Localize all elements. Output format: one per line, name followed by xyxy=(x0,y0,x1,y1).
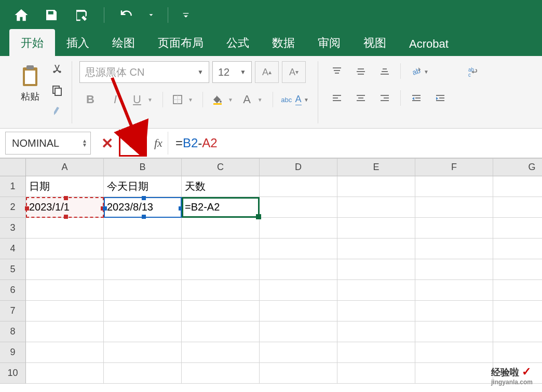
cell-G3[interactable] xyxy=(493,218,542,239)
row-header-6[interactable]: 6 xyxy=(0,280,26,301)
cell-E2[interactable] xyxy=(337,197,415,218)
cell-C4[interactable] xyxy=(182,239,260,259)
cell-C10[interactable] xyxy=(182,363,260,384)
cut-button[interactable] xyxy=(49,61,65,78)
column-header-E[interactable]: E xyxy=(337,159,415,176)
cell-F4[interactable] xyxy=(415,239,493,259)
undo-icon[interactable] xyxy=(116,4,138,26)
wrap-text-button[interactable]: abc xyxy=(461,61,485,83)
cell-D8[interactable] xyxy=(260,321,337,342)
name-box-arrows[interactable]: ▲▼ xyxy=(82,139,87,147)
column-header-G[interactable]: G xyxy=(493,159,542,176)
cell-D10[interactable] xyxy=(260,363,337,384)
border-button[interactable]: ▼ xyxy=(169,89,196,110)
fill-color-button[interactable]: ▼ xyxy=(209,89,236,110)
cell-E5[interactable] xyxy=(337,259,415,280)
cell-D5[interactable] xyxy=(260,259,337,280)
cell-F9[interactable] xyxy=(415,342,493,363)
cell-A3[interactable] xyxy=(26,218,104,239)
cell-D1[interactable] xyxy=(260,176,337,197)
column-header-D[interactable]: D xyxy=(260,159,337,176)
cell-F7[interactable] xyxy=(415,301,493,321)
cell-B9[interactable] xyxy=(104,342,182,363)
tab-acrobat[interactable]: Acrobat xyxy=(398,31,460,56)
save-icon[interactable] xyxy=(40,4,62,26)
font-size-select[interactable]: 12 ▼ xyxy=(212,61,252,83)
align-right-button[interactable] xyxy=(373,88,396,109)
cell-A5[interactable] xyxy=(26,259,104,280)
increase-indent-button[interactable] xyxy=(429,88,452,109)
increase-font-button[interactable]: A▴ xyxy=(255,61,279,83)
bold-button[interactable]: B xyxy=(79,89,101,110)
cell-B6[interactable] xyxy=(104,280,182,301)
cell-D7[interactable] xyxy=(260,301,337,321)
row-header-7[interactable]: 7 xyxy=(0,301,26,321)
cells-grid[interactable]: 日期今天日期天数2023/1/12023/8/13=B2-A2 xyxy=(26,176,542,384)
cell-D9[interactable] xyxy=(260,342,337,363)
row-header-5[interactable]: 5 xyxy=(0,259,26,280)
align-left-button[interactable] xyxy=(326,88,348,109)
cell-A6[interactable] xyxy=(26,280,104,301)
row-header-4[interactable]: 4 xyxy=(0,239,26,259)
cancel-button[interactable]: ✕ xyxy=(95,131,119,155)
tab-draw[interactable]: 绘图 xyxy=(101,29,146,56)
cell-G7[interactable] xyxy=(493,301,542,321)
font-color-button[interactable]: A▼ xyxy=(239,89,266,110)
decrease-indent-button[interactable] xyxy=(405,88,428,109)
cell-E1[interactable] xyxy=(337,176,415,197)
column-header-F[interactable]: F xyxy=(415,159,493,176)
cell-A7[interactable] xyxy=(26,301,104,321)
cell-G4[interactable] xyxy=(493,239,542,259)
cell-F1[interactable] xyxy=(415,176,493,197)
cell-D2[interactable] xyxy=(260,197,337,218)
tab-data[interactable]: 数据 xyxy=(261,29,306,56)
cell-C2[interactable]: =B2-A2 xyxy=(182,197,260,218)
cell-E8[interactable] xyxy=(337,321,415,342)
cell-C6[interactable] xyxy=(182,280,260,301)
cell-D6[interactable] xyxy=(260,280,337,301)
format-painter-button[interactable] xyxy=(49,103,65,119)
tab-insert[interactable]: 插入 xyxy=(55,29,101,56)
cell-B2[interactable]: 2023/8/13 xyxy=(104,197,182,218)
align-bottom-button[interactable] xyxy=(373,61,396,82)
cell-B4[interactable] xyxy=(104,239,182,259)
row-header-9[interactable]: 9 xyxy=(0,342,26,363)
cell-B5[interactable] xyxy=(104,259,182,280)
tab-page-layout[interactable]: 页面布局 xyxy=(146,29,215,56)
phonetic-button[interactable]: abc A ▼ xyxy=(279,89,310,110)
row-header-2[interactable]: 2 xyxy=(0,197,26,218)
column-header-C[interactable]: C xyxy=(182,159,260,176)
tab-view[interactable]: 视图 xyxy=(352,29,398,56)
cell-E9[interactable] xyxy=(337,342,415,363)
cell-F10[interactable] xyxy=(415,363,493,384)
row-header-8[interactable]: 8 xyxy=(0,321,26,342)
cell-F6[interactable] xyxy=(415,280,493,301)
cell-G9[interactable] xyxy=(493,342,542,363)
cell-G5[interactable] xyxy=(493,259,542,280)
cell-B3[interactable] xyxy=(104,218,182,239)
cell-E10[interactable] xyxy=(337,363,415,384)
customize-qat-icon[interactable] xyxy=(180,4,192,26)
cell-G8[interactable] xyxy=(493,321,542,342)
cell-B8[interactable] xyxy=(104,321,182,342)
column-header-B[interactable]: B xyxy=(104,159,182,176)
cell-E3[interactable] xyxy=(337,218,415,239)
cell-B1[interactable]: 今天日期 xyxy=(104,176,182,197)
cell-F5[interactable] xyxy=(415,259,493,280)
tab-review[interactable]: 审阅 xyxy=(306,29,352,56)
row-header-1[interactable]: 1 xyxy=(0,176,26,197)
cell-A9[interactable] xyxy=(26,342,104,363)
save-edit-icon[interactable] xyxy=(71,4,92,26)
cell-C9[interactable] xyxy=(182,342,260,363)
row-header-3[interactable]: 3 xyxy=(0,218,26,239)
decrease-font-button[interactable]: A▾ xyxy=(282,61,306,83)
cell-B7[interactable] xyxy=(104,301,182,321)
cell-E7[interactable] xyxy=(337,301,415,321)
align-middle-button[interactable] xyxy=(349,61,372,82)
align-center-button[interactable] xyxy=(349,88,372,109)
cell-C1[interactable]: 天数 xyxy=(182,176,260,197)
cell-F8[interactable] xyxy=(415,321,493,342)
tab-home[interactable]: 开始 xyxy=(9,29,55,56)
undo-dropdown-icon[interactable] xyxy=(146,4,156,26)
cell-F2[interactable] xyxy=(415,197,493,218)
